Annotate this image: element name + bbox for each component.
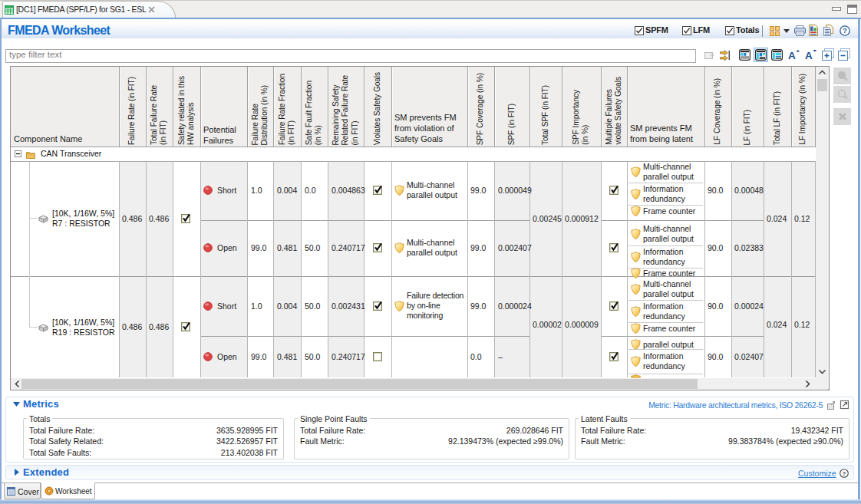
svg-text:?: ? xyxy=(843,26,847,35)
svg-text:A: A xyxy=(788,50,796,61)
svg-text:?: ? xyxy=(843,470,846,477)
svg-text:A: A xyxy=(805,50,813,61)
